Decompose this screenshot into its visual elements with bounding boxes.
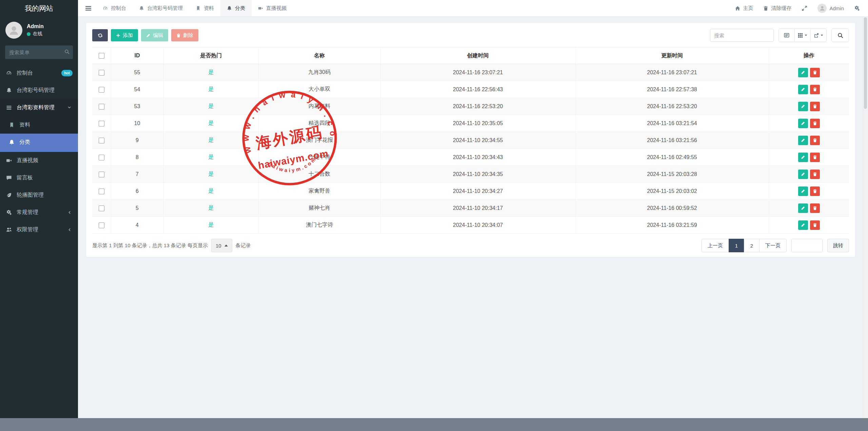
hamburger-menu-icon[interactable]	[80, 0, 96, 16]
delete-row-button[interactable]	[810, 203, 820, 213]
column-header-actions: 操作	[769, 47, 849, 64]
table-row: 9是澳门字花报2024-11-10 20:34:552024-11-16 03:…	[92, 132, 849, 149]
edit-row-button[interactable]	[798, 187, 808, 196]
user-menu[interactable]: Admin	[817, 4, 844, 13]
table-search-input[interactable]	[710, 29, 774, 42]
row-hot: 是	[163, 200, 258, 217]
pagination-next-button[interactable]: 下一页	[759, 239, 787, 252]
row-checkbox[interactable]	[99, 138, 104, 143]
row-checkbox[interactable]	[99, 104, 104, 110]
row-checkbox[interactable]	[99, 70, 104, 76]
edit-row-button[interactable]	[798, 102, 808, 111]
vertical-scrollbar[interactable]	[863, 16, 868, 418]
sidebar-item-message-board[interactable]: 留言板	[0, 169, 78, 187]
column-header-hot[interactable]: 是否热门	[163, 47, 258, 64]
row-id: 7	[111, 166, 163, 183]
delete-row-button[interactable]	[810, 220, 820, 230]
sidebar-item-dashboard[interactable]: 控制台hot	[0, 64, 78, 82]
row-checkbox[interactable]	[99, 205, 104, 211]
delete-row-button[interactable]	[810, 85, 820, 94]
data-table: ID 是否热门 名称 创建时间 更新时间 操作 55是九肖30码2024-11-…	[92, 47, 849, 234]
chevron-down-icon	[66, 105, 73, 110]
row-checkbox[interactable]	[99, 189, 104, 194]
menu-search-input[interactable]	[5, 45, 73, 59]
delete-row-button[interactable]	[810, 102, 820, 111]
export-button[interactable]	[810, 28, 827, 42]
sidebar-item-label: 台湾彩资料管理	[17, 104, 55, 111]
pencil-icon	[801, 104, 805, 109]
delete-button[interactable]: 删除	[171, 29, 198, 41]
column-header-name[interactable]: 名称	[258, 47, 380, 64]
clear-cache-link[interactable]: 清除缓存	[763, 5, 791, 12]
row-actions	[769, 64, 849, 81]
row-name: 澳门七字诗	[258, 217, 380, 234]
row-checkbox[interactable]	[99, 172, 104, 177]
delete-row-button[interactable]	[810, 68, 820, 77]
pagination-jump-button[interactable]: 跳转	[827, 239, 849, 252]
tab-label: 分类	[235, 5, 245, 12]
detail-view-button[interactable]	[778, 28, 795, 42]
tab-live-video[interactable]: 直播视频	[252, 0, 293, 16]
add-button[interactable]: 添加	[111, 29, 138, 41]
pagination-page-2[interactable]: 2	[744, 239, 760, 252]
edit-row-button[interactable]	[798, 153, 808, 162]
edit-row-button[interactable]	[798, 203, 808, 213]
user-panel: Admin 在线	[0, 17, 78, 42]
sidebar-item-live-video[interactable]: 直播视频	[0, 152, 78, 169]
home-link[interactable]: 主页	[735, 5, 753, 12]
column-header-id[interactable]: ID	[111, 47, 163, 64]
edit-row-button[interactable]	[798, 170, 808, 179]
column-header-updated[interactable]: 更新时间	[575, 47, 769, 64]
row-updated: 2024-11-16 03:21:59	[575, 217, 769, 234]
sidebar-item-carousel[interactable]: 轮播图管理	[0, 187, 78, 204]
edit-button[interactable]: 编辑	[141, 29, 168, 41]
row-checkbox[interactable]	[99, 155, 104, 160]
bell-icon	[8, 139, 15, 145]
edit-row-button[interactable]	[798, 68, 808, 77]
sidebar-item-lottery-numbers[interactable]: 台湾彩号码管理	[0, 82, 78, 99]
row-hot: 是	[163, 98, 258, 115]
add-button-label: 添加	[123, 32, 133, 39]
row-id: 5	[111, 200, 163, 217]
gear-icon[interactable]	[854, 5, 860, 11]
search-submit-button[interactable]	[831, 28, 849, 42]
page-size-select[interactable]: 10	[211, 239, 232, 252]
row-checkbox[interactable]	[99, 121, 104, 126]
pagination-jump-input[interactable]	[791, 239, 823, 252]
table-header-row: ID 是否热门 名称 创建时间 更新时间 操作	[92, 47, 849, 64]
edit-row-button[interactable]	[798, 136, 808, 145]
tab-data[interactable]: 资料	[189, 0, 220, 16]
delete-row-button[interactable]	[810, 187, 820, 196]
refresh-button[interactable]	[92, 29, 108, 41]
fullscreen-icon[interactable]	[802, 5, 807, 11]
view-button-group	[778, 28, 827, 42]
column-header-created[interactable]: 创建时间	[380, 47, 575, 64]
delete-button-label: 删除	[183, 32, 193, 39]
tab-label: 控制台	[111, 5, 126, 12]
columns-button[interactable]	[794, 28, 811, 42]
tab-lottery-numbers[interactable]: 台湾彩号码管理	[133, 0, 189, 16]
sidebar-item-category[interactable]: 分类	[0, 134, 78, 152]
tab-category[interactable]: 分类	[220, 0, 252, 16]
edit-row-button[interactable]	[798, 220, 808, 230]
scrollbar-thumb[interactable]	[864, 17, 867, 109]
delete-row-button[interactable]	[810, 136, 820, 145]
sidebar-item-data[interactable]: 资料	[0, 116, 78, 134]
sidebar-item-label: 资料	[19, 121, 30, 129]
sidebar-item-general-settings[interactable]: 常规管理	[0, 204, 78, 221]
select-all-checkbox[interactable]	[99, 53, 104, 59]
delete-row-button[interactable]	[810, 153, 820, 162]
row-name: 大小单双	[258, 81, 380, 98]
row-checkbox[interactable]	[99, 87, 104, 93]
tab-label: 直播视频	[266, 5, 287, 12]
pagination-page-1[interactable]: 1	[729, 239, 744, 252]
sidebar-item-permissions[interactable]: 权限管理	[0, 221, 78, 238]
tab-dashboard[interactable]: 控制台	[96, 0, 133, 16]
row-checkbox[interactable]	[99, 222, 104, 228]
delete-row-button[interactable]	[810, 170, 820, 179]
delete-row-button[interactable]	[810, 119, 820, 128]
edit-row-button[interactable]	[798, 119, 808, 128]
edit-row-button[interactable]	[798, 85, 808, 94]
pagination-prev-button[interactable]: 上一页	[702, 239, 729, 252]
sidebar-item-lottery-data[interactable]: 台湾彩资料管理	[0, 99, 78, 116]
